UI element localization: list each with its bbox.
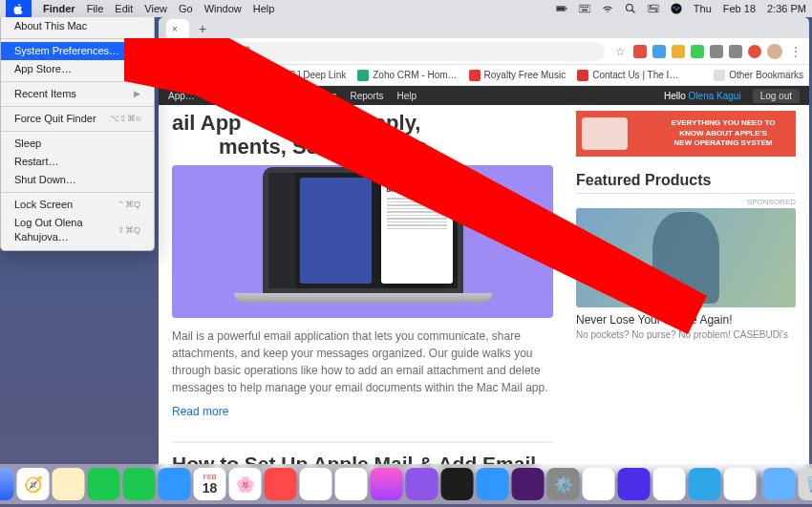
browser-window: × + ← → ⟳ ☆ ⋮ 2016/2017 China… CJ Deep L… [159,17,809,473]
dock-app-icon[interactable] [724,468,757,500]
dock-tv-icon[interactable] [441,468,474,500]
dock-music-icon[interactable] [371,468,403,500]
forward-button[interactable]: → [187,45,203,58]
bookmarks-bar: 2016/2017 China… CJ Deep Link Zoho CRM -… [159,65,809,86]
extension-icon[interactable] [710,45,723,58]
extension-icon[interactable] [672,45,685,58]
svg-rect-11 [648,5,659,8]
dock-finder-icon[interactable] [0,468,14,500]
dock-appstore-icon[interactable] [477,468,509,500]
menu-about-mac[interactable]: About This Mac [1,17,154,35]
product-title[interactable]: Never Lose Your Phone Again! [576,313,796,327]
menu-file[interactable]: File [87,3,104,14]
extension-icon[interactable] [729,45,742,58]
clock-day[interactable]: Thu [694,3,712,14]
bookmark-item[interactable]: 2016/2017 China… [164,70,262,81]
menu-restart[interactable]: Restart… [1,153,154,171]
control-center-icon[interactable] [648,3,659,14]
back-button[interactable]: ← [164,45,180,58]
dock-photos-icon[interactable]: 🌸 [229,468,262,500]
battery-icon[interactable] [556,3,567,14]
dock-mail-icon[interactable] [159,468,191,500]
dock-app-icon[interactable] [335,468,368,500]
dock-chrome-icon[interactable] [53,468,85,500]
extension-icon[interactable] [652,45,666,58]
dock-calendar-icon[interactable]: FEB18 [194,468,226,500]
menu-shutdown[interactable]: Shut Down… [1,171,154,189]
sponsored-label: SPONSORED [576,198,796,206]
app-name[interactable]: Finder [43,3,75,14]
keyboard-icon[interactable] [579,3,590,14]
wifi-icon[interactable] [602,3,613,14]
menu-recent-items[interactable]: Recent Items▶ [1,85,154,103]
profile-avatar[interactable] [767,44,782,59]
extension-icon[interactable] [748,45,761,58]
dock-app-icon[interactable] [618,468,651,500]
search-icon[interactable] [625,3,636,14]
lock-icon [243,46,252,57]
extension-icon[interactable] [633,45,647,58]
menu-edit[interactable]: Edit [115,3,133,14]
menu-log-out[interactable]: Log Out Olena Kahujova…⇧⌘Q [1,214,154,246]
divider [576,193,796,194]
svg-point-15 [671,3,681,13]
dock-safari-icon[interactable]: 🧭 [17,468,50,500]
chrome-menu-icon[interactable]: ⋮ [788,45,803,58]
menu-lock-screen[interactable]: Lock Screen⌃⌘Q [1,196,154,214]
bookmark-item[interactable]: Royalty Free Music [469,70,566,81]
svg-rect-13 [648,10,659,12]
menu-window[interactable]: Window [204,3,242,14]
site-nav-item[interactable]: Custom filters [278,91,336,101]
site-nav-item[interactable]: Help [396,91,417,101]
menu-help[interactable]: Help [253,3,275,14]
menu-sleep[interactable]: Sleep [1,135,154,153]
other-bookmarks[interactable]: Other Bookmarks [714,70,803,81]
new-tab-button[interactable]: + [189,19,216,38]
svg-point-12 [650,6,652,8]
dock-settings-icon[interactable]: ⚙️ [547,468,580,500]
read-more-link[interactable]: Read more [172,405,228,418]
bookmark-star-icon[interactable]: ☆ [612,45,628,58]
menu-app-store[interactable]: App Store… [1,60,154,78]
reload-button[interactable]: ⟳ [210,45,225,58]
dock-app-icon[interactable] [265,468,297,500]
site-nav-item[interactable]: Reports [350,91,383,101]
clock-date[interactable]: Feb 18 [723,3,756,14]
menu-view[interactable]: View [144,3,167,14]
banner-ad[interactable]: EVERYTHING YOU NEED TO KNOW ABOUT APPLE'… [576,111,796,157]
address-bar[interactable] [233,42,605,61]
bookmark-item[interactable]: Zoho CRM - Hom… [357,70,457,81]
svg-rect-7 [587,7,588,9]
apple-menu-button[interactable] [6,0,32,17]
bookmark-item[interactable]: CJ Deep Link [273,70,346,81]
siri-icon[interactable] [671,3,682,14]
extensions-area: ☆ ⋮ [612,44,803,59]
bookmark-item[interactable]: Contact Us | The I… [577,70,678,81]
dock-downloads-icon[interactable] [763,468,796,500]
product-image[interactable] [576,208,796,307]
extension-icon[interactable] [691,45,704,58]
dock-facetime-icon[interactable] [123,468,156,500]
dock-messages-icon[interactable] [88,468,120,500]
menu-system-preferences[interactable]: System Preferences… [1,42,154,60]
browser-tab[interactable]: × [166,19,189,38]
svg-rect-16 [245,50,250,54]
site-nav-item[interactable]: App… [168,91,195,101]
svg-rect-6 [585,7,587,9]
product-subtitle: No pockets? No purse? No problem! CASEBU… [576,329,796,340]
dock-app-icon[interactable] [300,468,332,500]
greeting: Hello Olena Kagui [664,91,741,101]
dock-podcasts-icon[interactable] [406,468,438,500]
menu-force-quit[interactable]: Force Quit Finder⌥⇧⌘⎋ [1,110,154,128]
hero-image: BRIDGET KELAHEE [172,165,553,318]
dock-slack-icon[interactable] [512,468,545,500]
menu-go[interactable]: Go [179,3,193,14]
dock-app-icon[interactable] [689,468,721,500]
dock-app-icon[interactable] [583,468,615,500]
logout-button[interactable]: Log out [753,89,800,103]
tab-close-icon[interactable]: × [172,24,178,34]
dock-app-icon[interactable] [653,468,686,500]
clock-time[interactable]: 2:36 PM [767,3,806,14]
site-nav-item[interactable]: Configuration [208,91,265,101]
dock-trash-icon[interactable]: 🗑️ [799,468,813,500]
